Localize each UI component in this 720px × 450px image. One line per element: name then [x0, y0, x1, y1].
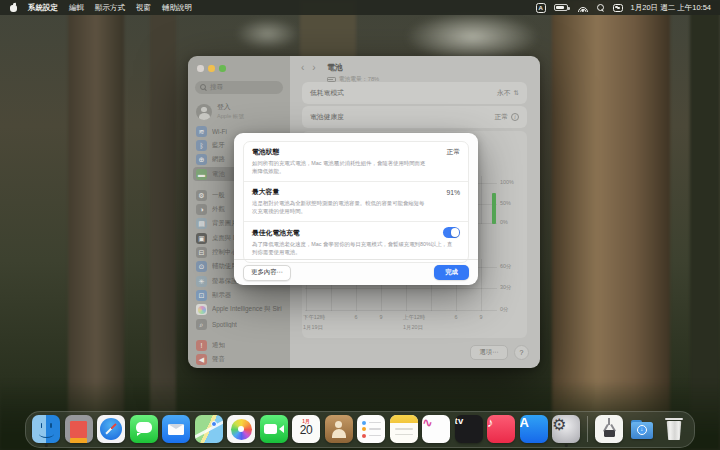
stepper-icon[interactable] — [514, 89, 519, 97]
sidebar-item-label: Wi-Fi — [212, 128, 227, 135]
menu-bar-clock[interactable]: 1月20日 週二 上午10:54 — [631, 3, 711, 13]
info-icon[interactable] — [511, 113, 519, 121]
axis-label: 0分 — [500, 306, 508, 313]
low-power-mode-row[interactable]: 低耗電模式 永不 — [302, 82, 527, 104]
dock-calendar-icon[interactable]: 1月20 — [292, 415, 320, 443]
settings-app-icon: ⚙ — [552, 415, 580, 443]
apple-menu-icon[interactable] — [9, 3, 17, 13]
menu-item[interactable]: 顯示方式 — [95, 3, 125, 13]
signin-title: 登入 — [217, 102, 244, 112]
page-title: 電池 — [327, 62, 380, 73]
dock-tv-icon[interactable]: tv — [455, 415, 483, 443]
options-button[interactable]: 選項⋯ — [470, 345, 508, 360]
dock-launchpad-icon[interactable] — [65, 415, 93, 443]
spotlight-search-icon[interactable] — [597, 4, 605, 12]
wifi-status-icon[interactable] — [578, 4, 589, 12]
menu-bar: 系統設定編輯顯示方式視窗輔助說明 A 1月20日 週二 上午10:54 — [0, 0, 720, 15]
axis-label: 100% — [500, 179, 514, 185]
dock-downloads-icon[interactable]: ↓ — [628, 415, 656, 443]
notifications-icon: ! — [196, 340, 207, 351]
dialog-footer: 更多內容⋯ 完成 — [234, 259, 478, 285]
sidebar-signin[interactable]: 登入 Apple 帳號 — [196, 102, 244, 121]
zoom-button[interactable] — [219, 65, 226, 72]
input-source-icon[interactable]: A — [536, 3, 546, 13]
sidebar-item-label: 一般 — [212, 191, 225, 200]
section-title: 最大容量 — [252, 187, 279, 197]
messages-app-icon — [130, 415, 158, 443]
battery-icon: ▬ — [196, 169, 207, 180]
desktop-dock-icon: ▣ — [196, 233, 207, 244]
section-description: 這是相對於電池為全新狀態時測量的電池容量。較低的容量可能會縮短每次充電後的使用時… — [252, 199, 428, 215]
sidebar-search[interactable]: 搜尋 — [195, 81, 283, 94]
window-controls — [197, 65, 226, 72]
close-button[interactable] — [197, 65, 204, 72]
sidebar-item-spotlight[interactable]: ⌕Spotlight — [193, 317, 285, 331]
menu-item[interactable]: 編輯 — [69, 3, 84, 13]
safari-app-icon — [97, 415, 125, 443]
dock-appstore-icon[interactable]: A — [520, 415, 548, 443]
dock-contacts-icon[interactable] — [325, 415, 353, 443]
back-button[interactable] — [301, 63, 304, 73]
more-info-button[interactable]: 更多內容⋯ — [243, 265, 291, 281]
dock-reminders-icon[interactable] — [357, 415, 385, 443]
x-tick-label: 上午12時 — [403, 314, 425, 321]
dock-settings-icon[interactable]: ⚙ — [552, 415, 580, 443]
desktop: 系統設定編輯顯示方式視窗輔助說明 A 1月20日 週二 上午10:54 搜尋 — [0, 0, 720, 450]
appearance-icon: ◑ — [196, 204, 207, 215]
sidebar-item-ai-siri[interactable]: Apple Intelligence 與 Siri — [193, 303, 285, 317]
x-tick-label: 6 — [455, 314, 458, 320]
dock-facetime-icon[interactable] — [260, 415, 288, 443]
dock-notes-icon[interactable] — [390, 415, 418, 443]
x-date-label: 1月19日 — [303, 324, 323, 331]
appstore-app-icon: A — [520, 415, 548, 443]
reminders-app-icon — [357, 415, 385, 443]
sidebar-item-display[interactable]: ⊡顯示器 — [193, 288, 285, 302]
section-value: 91% — [446, 189, 460, 196]
gear-icon: ⚙ — [196, 190, 207, 201]
sidebar-item-label: 外觀 — [212, 205, 225, 214]
dialog-sections: 電池狀態正常如同所有的充電式電池，Mac 電池屬於消耗性組件，會隨著使用時間而逐… — [243, 141, 469, 263]
x-date-label: 1月20日 — [403, 324, 423, 331]
downloads-app-icon: ↓ — [628, 415, 656, 443]
x-tick-label: 6 — [355, 314, 358, 320]
sidebar-item-label: Spotlight — [212, 321, 237, 328]
signin-subtitle: Apple 帳號 — [217, 113, 244, 121]
dock-photos-icon[interactable] — [227, 415, 255, 443]
section-title: 最佳化電池充電 — [252, 228, 300, 238]
menu-item[interactable]: 輔助說明 — [162, 3, 192, 13]
sidebar-item-label: 網路 — [212, 155, 225, 164]
optimized-charging-toggle[interactable] — [443, 227, 460, 238]
forward-button[interactable] — [312, 63, 315, 73]
battery-status-icon[interactable] — [554, 4, 568, 11]
spotlight-icon: ⌕ — [196, 319, 207, 330]
sidebar-item-label: 顯示器 — [212, 291, 231, 300]
section-title: 電池狀態 — [252, 147, 279, 157]
sidebar-item-sound[interactable]: ◀聲音 — [193, 352, 285, 366]
sidebar-item-notifications[interactable]: !通知 — [193, 338, 285, 352]
battery-health-row[interactable]: 電池健康度 正常 — [302, 106, 527, 128]
dock-finder-icon[interactable] — [32, 415, 60, 443]
photos-app-icon — [227, 415, 255, 443]
minimize-button[interactable] — [208, 65, 215, 72]
dock-safari-icon[interactable] — [97, 415, 125, 443]
dock-mail-icon[interactable] — [162, 415, 190, 443]
menu-item[interactable]: 系統設定 — [28, 3, 58, 13]
done-button[interactable]: 完成 — [434, 265, 469, 280]
sidebar-item-label: 電池 — [212, 170, 225, 179]
dock-maps-icon[interactable] — [195, 415, 223, 443]
ai-siri-icon — [196, 304, 207, 315]
dock-music-icon[interactable]: ♪ — [487, 415, 515, 443]
sound-icon: ◀ — [196, 354, 207, 365]
control-center-icon[interactable] — [613, 4, 623, 12]
dock-messages-icon[interactable] — [130, 415, 158, 443]
dock-freeform-icon[interactable]: ∿ — [422, 415, 450, 443]
chart-element — [305, 310, 497, 311]
sidebar-item-label: Apple Intelligence 與 Siri — [212, 305, 282, 314]
menu-items: 系統設定編輯顯示方式視窗輔助說明 — [28, 3, 192, 13]
dock-claw-icon[interactable] — [595, 415, 623, 443]
dock-trash-icon[interactable] — [660, 415, 688, 443]
help-button[interactable]: ? — [514, 345, 529, 360]
menu-item[interactable]: 視窗 — [136, 3, 151, 13]
screensaver-icon: ✳ — [196, 276, 207, 287]
control-center-icon: ⊟ — [196, 247, 207, 258]
